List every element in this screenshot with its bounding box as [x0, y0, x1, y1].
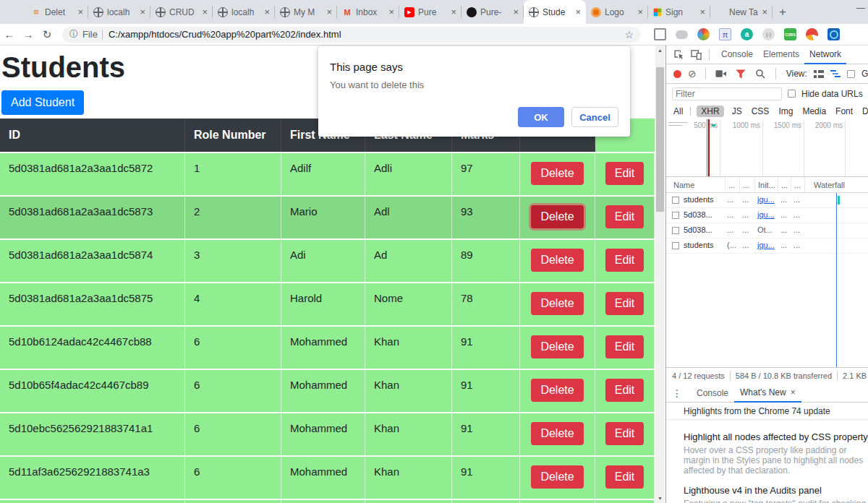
network-request-row[interactable]: 5d038.........Ot......... [666, 223, 868, 238]
group-by-frame-checkbox[interactable] [847, 70, 855, 78]
color-wheel-extension-icon[interactable] [806, 28, 818, 40]
browser-tab[interactable]: ≡Delet× [26, 0, 88, 24]
bookmark-star-icon[interactable]: ☆ [624, 29, 634, 40]
edit-button[interactable]: Edit [605, 162, 644, 185]
hide-data-urls-checkbox[interactable] [788, 90, 796, 98]
devtools-tab-console[interactable]: Console [716, 46, 758, 64]
back-icon[interactable]: ← [0, 28, 19, 40]
pi-extension-icon[interactable]: π [719, 28, 731, 40]
browser-tab[interactable]: CRUD× [150, 0, 213, 24]
search-icon[interactable] [754, 67, 767, 80]
edit-button[interactable]: Edit [605, 249, 644, 272]
wappalyzer-extension-icon[interactable]: a [741, 28, 753, 40]
type-filter-doc[interactable]: Doc [861, 106, 868, 117]
forward-icon[interactable]: → [19, 28, 38, 40]
palette-extension-icon[interactable] [697, 28, 710, 40]
scroll-down-icon[interactable]: ▼ [655, 494, 665, 503]
tab-close-icon[interactable]: × [326, 7, 332, 17]
drawer-tab-what-s-new[interactable]: What's New× [734, 384, 801, 403]
page-scrollbar[interactable]: ▲ ▼ [655, 46, 665, 503]
browser-tab[interactable]: localh× [213, 0, 275, 24]
filter-funnel-icon[interactable] [734, 67, 747, 80]
drawer-menu-icon[interactable]: ⋮ [672, 387, 682, 399]
screen-search-extension-icon[interactable] [654, 28, 666, 40]
list-view-icon[interactable] [814, 70, 824, 78]
network-col-c3[interactable]: Init... [755, 177, 778, 192]
network-overview-timeline[interactable]: 500 ms1000 ms1500 ms2000 ms [666, 119, 868, 177]
tab-close-icon[interactable]: × [140, 7, 145, 17]
network-col-c4[interactable]: ... [778, 177, 791, 192]
delete-button[interactable]: Delete [531, 205, 583, 228]
waterfall-view-icon[interactable] [830, 69, 841, 78]
drawer-tab-console[interactable]: Console [691, 384, 734, 403]
blue-app-extension-icon[interactable] [827, 28, 840, 40]
delete-button[interactable]: Delete [531, 292, 583, 315]
network-col-c1[interactable]: ... [726, 177, 740, 192]
device-toolbar-icon[interactable] [689, 48, 702, 61]
browser-tab[interactable]: New Tab× [710, 0, 773, 24]
browser-tab[interactable]: Logo× [586, 0, 648, 24]
window-minimize-button[interactable]: — [856, 3, 865, 13]
type-filter-media[interactable]: Media [801, 106, 827, 117]
network-filter-input[interactable] [672, 87, 782, 100]
page-info-icon[interactable]: ⓘ [69, 28, 78, 40]
edit-button[interactable]: Edit [605, 379, 644, 402]
browser-tab[interactable]: My M× [275, 0, 337, 24]
network-col-name[interactable]: Name [666, 177, 726, 192]
network-request-row[interactable]: students(......jqu......... [666, 238, 868, 254]
tab-close-icon[interactable]: × [575, 7, 581, 17]
edit-button[interactable]: Edit [605, 205, 644, 228]
browser-tab[interactable]: ▶Pure× [399, 0, 461, 24]
delete-button[interactable]: Delete [531, 335, 583, 358]
delete-button[interactable]: Delete [531, 465, 583, 489]
network-col-c5[interactable]: ... [791, 177, 805, 192]
devtools-tab-network[interactable]: Network [804, 46, 846, 64]
tab-close-icon[interactable]: × [388, 7, 394, 17]
tab-close-icon[interactable]: × [699, 7, 705, 17]
delete-button[interactable]: Delete [531, 162, 583, 185]
devtools-tab-elements[interactable]: Elements [758, 46, 804, 64]
address-bar[interactable]: ⓘ File C:/xampp/htdocs/Crud%20app%20part… [62, 27, 641, 43]
delete-button[interactable]: Delete [531, 422, 583, 445]
inspect-element-icon[interactable] [672, 48, 685, 61]
browser-tab[interactable]: Sign× [648, 0, 710, 24]
browser-tab[interactable]: Stude× [524, 0, 586, 24]
request-checkbox[interactable] [672, 212, 679, 219]
clear-icon[interactable]: ⊘ [688, 69, 697, 79]
edit-button[interactable]: Edit [605, 292, 644, 315]
edit-button[interactable]: Edit [605, 422, 644, 445]
dialog-ok-button[interactable]: OK [518, 107, 564, 127]
type-filter-all[interactable]: All [672, 106, 684, 117]
type-filter-js[interactable]: JS [731, 106, 744, 117]
dialog-cancel-button[interactable]: Cancel [571, 107, 618, 127]
tab-close-icon[interactable]: × [202, 7, 208, 17]
parentheses-extension-icon[interactable]: (-) [762, 28, 775, 40]
tab-close-icon[interactable]: × [637, 7, 643, 17]
browser-tab[interactable]: Pure-× [461, 0, 524, 24]
request-checkbox[interactable] [672, 197, 679, 204]
tab-close-icon[interactable]: × [77, 7, 83, 17]
gamepad-extension-icon[interactable] [676, 30, 688, 39]
add-student-button[interactable]: Add Student [1, 90, 84, 115]
tab-close-icon[interactable]: × [762, 7, 767, 17]
cors-extension-icon[interactable]: CORS [784, 28, 796, 40]
request-checkbox[interactable] [672, 227, 679, 234]
edit-button[interactable]: Edit [605, 465, 644, 489]
tab-close-icon[interactable]: × [513, 7, 519, 17]
network-col-c2[interactable]: ... [740, 177, 755, 192]
scroll-up-icon[interactable]: ▲ [655, 46, 665, 55]
request-checkbox[interactable] [672, 242, 679, 249]
browser-tab[interactable]: MInbox× [337, 0, 399, 24]
screenshot-camera-icon[interactable] [715, 67, 728, 80]
tab-close-icon[interactable]: × [264, 7, 270, 17]
tab-close-icon[interactable]: × [451, 7, 456, 17]
network-request-row[interactable]: 5d038.........jqu......... [666, 208, 868, 223]
delete-button[interactable]: Delete [531, 379, 583, 402]
scrollbar-thumb[interactable] [656, 67, 664, 212]
network-col-waterfall[interactable]: Waterfall [805, 177, 868, 192]
type-filter-img[interactable]: Img [777, 106, 794, 117]
browser-tab[interactable]: localh× [88, 0, 150, 24]
reload-icon[interactable]: ↻ [38, 28, 56, 41]
delete-button[interactable]: Delete [531, 249, 583, 272]
url-text[interactable]: C:/xampp/htdocs/Crud%20app%20part%202/in… [109, 29, 624, 40]
